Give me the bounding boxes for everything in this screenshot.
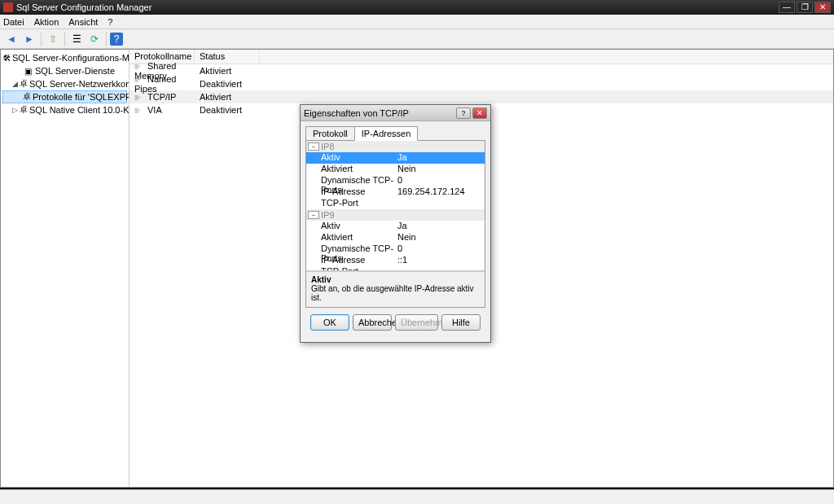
list-header: Protokollname Status bbox=[129, 50, 833, 64]
forward-button[interactable]: ► bbox=[21, 31, 37, 47]
tree-netconf[interactable]: ◢卓SQL Server-Netzwerkkonfiguration bbox=[2, 77, 127, 90]
prop-ip-adresse[interactable]: IP-Adresse::1 bbox=[306, 255, 485, 266]
expand-icon[interactable]: ▷ bbox=[12, 106, 18, 114]
protocol-icon: ⊪ bbox=[134, 63, 146, 71]
cancel-button[interactable]: Abbrechen bbox=[353, 314, 392, 331]
prop-aktiviert[interactable]: AktiviertNein bbox=[306, 164, 485, 175]
tree-services[interactable]: ▣SQL Server-Dienste bbox=[2, 64, 127, 77]
help-button[interactable]: Hilfe bbox=[441, 314, 481, 331]
cell-name: TCP/IP bbox=[147, 92, 176, 102]
col-status[interactable]: Status bbox=[195, 50, 260, 64]
list-row-named-pipes[interactable]: ⊪Named PipesDeaktiviert bbox=[129, 77, 833, 90]
prop-value[interactable]: 169.254.172.124 bbox=[396, 186, 485, 198]
tcpip-properties-dialog: Eigenschaften von TCP/IP ? ✕ Protokoll I… bbox=[300, 104, 491, 343]
cell-status: Aktiviert bbox=[195, 65, 260, 77]
up-button[interactable]: ⇧ bbox=[45, 31, 61, 47]
tree-protocols-label: Protokolle für 'SQLEXPRESS' bbox=[33, 92, 129, 102]
services-icon: ▣ bbox=[22, 65, 33, 77]
tree-services-label: SQL Server-Dienste bbox=[35, 66, 115, 76]
protocol-icon: ⊪ bbox=[134, 107, 146, 115]
protocols-icon: 卓 bbox=[23, 91, 31, 103]
prop-value[interactable] bbox=[396, 198, 485, 209]
prop-tcp-port[interactable]: TCP-Port bbox=[306, 266, 485, 271]
prop-key: IP-Adresse bbox=[306, 255, 396, 266]
prop-value[interactable] bbox=[396, 266, 485, 271]
toolbar-separator bbox=[64, 32, 65, 46]
tab-ip-adressen-page: −IP8 AktivJa AktiviertNein Dynamische TC… bbox=[305, 140, 485, 308]
tree-netconf-label: SQL Server-Netzwerkkonfiguration bbox=[29, 79, 129, 89]
prop-key: Dynamische TCP-Ports bbox=[306, 243, 396, 255]
prop-value[interactable]: ::1 bbox=[396, 255, 485, 266]
prop-value[interactable]: Nein bbox=[396, 232, 485, 243]
dialog-titlebar[interactable]: Eigenschaften von TCP/IP ? ✕ bbox=[301, 105, 490, 121]
protocol-icon: ⊪ bbox=[134, 76, 146, 84]
tree-root-label: SQL Server-Konfigurations-Manager (Lokal… bbox=[12, 53, 129, 63]
menubar: Datei Aktion Ansicht ? bbox=[0, 15, 834, 29]
close-button[interactable]: ✕ bbox=[814, 2, 831, 13]
cell-status: Deaktiviert bbox=[195, 104, 260, 116]
prop-value[interactable]: 0 bbox=[396, 175, 485, 186]
statusbar bbox=[0, 489, 834, 504]
tree-native-client[interactable]: ▷卓SQL Native Client 10.0-Konfiguration bbox=[2, 103, 127, 116]
minimize-button[interactable]: — bbox=[779, 2, 795, 13]
collapse-icon[interactable]: − bbox=[308, 142, 319, 151]
tree-panel: 🛠SQL Server-Konfigurations-Manager (Loka… bbox=[1, 50, 129, 487]
property-grid[interactable]: −IP8 AktivJa AktiviertNein Dynamische TC… bbox=[306, 141, 485, 271]
refresh-button[interactable]: ⟳ bbox=[86, 31, 103, 47]
prop-key: TCP-Port bbox=[306, 198, 396, 209]
toolbar: ◄ ► ⇧ ☰ ⟳ ? bbox=[0, 29, 834, 49]
network-icon: 卓 bbox=[20, 78, 28, 90]
prop-tcp-port[interactable]: TCP-Port bbox=[306, 198, 485, 209]
tree-native-label: SQL Native Client 10.0-Konfiguration bbox=[29, 105, 129, 115]
dialog-buttons: OK Abbrechen Übernehmen Hilfe bbox=[305, 308, 485, 337]
dialog-tabs: Protokoll IP-Adressen bbox=[305, 126, 485, 141]
cell-status: Aktiviert bbox=[195, 91, 260, 103]
window-title: Sql Server Configuration Manager bbox=[16, 2, 779, 12]
prop-aktiviert[interactable]: AktiviertNein bbox=[306, 232, 485, 243]
prop-key: Aktiviert bbox=[306, 164, 396, 175]
list-row-shared-memory[interactable]: ⊪Shared MemoryAktiviert bbox=[129, 64, 833, 77]
group-ip9[interactable]: −IP9 bbox=[306, 209, 485, 221]
desc-text: Gibt an, ob die ausgewählte IP-Adresse a… bbox=[311, 284, 480, 302]
tree-protocols[interactable]: 卓Protokolle für 'SQLEXPRESS' bbox=[2, 90, 127, 103]
prop-dyn-ports[interactable]: Dynamische TCP-Ports0 bbox=[306, 175, 485, 186]
cell-name: VIA bbox=[147, 105, 162, 115]
list-row-tcpip[interactable]: ⊪TCP/IPAktiviert bbox=[129, 90, 833, 103]
menu-ansicht[interactable]: Ansicht bbox=[68, 17, 98, 27]
help-button[interactable]: ? bbox=[110, 33, 123, 46]
prop-aktiv[interactable]: AktivJa bbox=[306, 152, 485, 164]
menu-help[interactable]: ? bbox=[108, 17, 112, 27]
titlebar: Sql Server Configuration Manager — ❐ ✕ bbox=[0, 0, 834, 15]
prop-ip-adresse[interactable]: IP-Adresse169.254.172.124 bbox=[306, 186, 485, 198]
tree-root[interactable]: 🛠SQL Server-Konfigurations-Manager (Loka… bbox=[2, 51, 127, 64]
ok-button[interactable]: OK bbox=[310, 314, 349, 331]
maximize-button[interactable]: ❐ bbox=[797, 2, 813, 13]
tab-protokoll[interactable]: Protokoll bbox=[305, 126, 355, 141]
prop-value[interactable]: Nein bbox=[396, 164, 485, 175]
prop-key: Aktiv bbox=[306, 152, 396, 164]
prop-dyn-ports[interactable]: Dynamische TCP-Ports0 bbox=[306, 243, 485, 255]
dialog-title: Eigenschaften von TCP/IP bbox=[304, 108, 454, 118]
prop-value[interactable]: 0 bbox=[396, 243, 485, 255]
menu-aktion[interactable]: Aktion bbox=[34, 17, 59, 27]
menu-datei[interactable]: Datei bbox=[3, 17, 24, 27]
prop-key: Aktiviert bbox=[306, 232, 396, 243]
prop-key: IP-Adresse bbox=[306, 186, 396, 198]
property-description: Aktiv Gibt an, ob die ausgewählte IP-Adr… bbox=[306, 271, 485, 307]
dialog-help-button[interactable]: ? bbox=[456, 107, 471, 119]
dialog-close-button[interactable]: ✕ bbox=[472, 107, 487, 119]
tab-ip-adressen[interactable]: IP-Adressen bbox=[354, 126, 419, 141]
toolbar-separator bbox=[41, 32, 42, 46]
group-ip8[interactable]: −IP8 bbox=[306, 141, 485, 152]
prop-value[interactable]: Ja bbox=[396, 152, 485, 164]
properties-button[interactable]: ☰ bbox=[68, 31, 85, 47]
prop-key: Aktiv bbox=[306, 221, 396, 232]
back-button[interactable]: ◄ bbox=[3, 31, 20, 47]
prop-aktiv[interactable]: AktivJa bbox=[306, 221, 485, 232]
desc-title: Aktiv bbox=[311, 275, 480, 284]
collapse-icon[interactable]: − bbox=[308, 211, 319, 219]
apply-button[interactable]: Übernehmen bbox=[395, 314, 438, 331]
collapse-icon[interactable]: ◢ bbox=[12, 80, 18, 88]
prop-value[interactable]: Ja bbox=[396, 221, 485, 232]
native-client-icon: 卓 bbox=[20, 104, 28, 116]
